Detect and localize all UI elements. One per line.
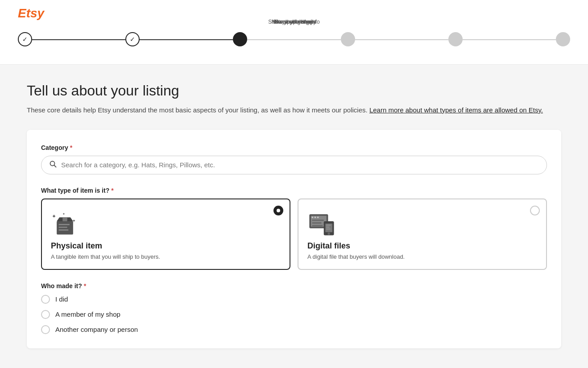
category-label: Category* bbox=[41, 144, 547, 151]
svg-line-1 bbox=[54, 165, 56, 167]
digital-files-desc: A digital file that buyers will download… bbox=[307, 253, 537, 260]
connector-3 bbox=[247, 39, 340, 40]
progress-bar: ✓ Shop preferences ✓ Name your shop Stoc… bbox=[18, 24, 570, 64]
item-type-required: * bbox=[111, 187, 113, 194]
radio-label-i-did: I did bbox=[55, 295, 68, 303]
svg-rect-16 bbox=[312, 222, 322, 223]
step-circle-share-billing bbox=[448, 32, 463, 46]
radio-member[interactable]: A member of my shop bbox=[41, 310, 547, 319]
connector-4 bbox=[355, 39, 448, 40]
listing-card: Category* What type of item is it?* ✦ bbox=[27, 130, 561, 348]
connector-1 bbox=[32, 39, 125, 40]
step-circle-stock-your-shop bbox=[233, 32, 247, 46]
step-shop-preferences: ✓ Shop preferences bbox=[18, 32, 32, 46]
radio-circle-other[interactable] bbox=[41, 325, 50, 334]
physical-item-icon: ✦ ✦ ✦ bbox=[51, 208, 82, 240]
radio-circle-i-did[interactable] bbox=[41, 295, 50, 304]
digital-files-card[interactable]: Digital files A digital file that buyers… bbox=[298, 198, 547, 270]
svg-rect-20 bbox=[326, 224, 331, 225]
logo[interactable]: Etsy bbox=[18, 0, 44, 24]
step-stock-your-shop: Stock your shop bbox=[233, 32, 247, 46]
svg-text:✦: ✦ bbox=[52, 213, 56, 219]
step-circle-shop-security bbox=[556, 32, 570, 46]
main-content: Tell us about your listing These core de… bbox=[0, 65, 588, 366]
radio-other[interactable]: Another company or person bbox=[41, 325, 547, 334]
radio-i-did[interactable]: I did bbox=[41, 295, 547, 304]
physical-item-desc: A tangible item that you will ship to bu… bbox=[51, 253, 281, 260]
svg-rect-21 bbox=[326, 227, 330, 227]
svg-point-12 bbox=[312, 216, 314, 218]
who-made-it-required: * bbox=[84, 282, 86, 289]
radio-label-other: Another company or person bbox=[55, 326, 138, 333]
category-input[interactable] bbox=[61, 161, 538, 169]
item-type-options: ✦ ✦ ✦ Physical item A tangible item that… bbox=[41, 198, 547, 270]
who-made-it-label: Who made it?* bbox=[41, 282, 547, 289]
svg-point-23 bbox=[328, 232, 330, 235]
svg-rect-15 bbox=[312, 219, 324, 221]
svg-rect-8 bbox=[59, 227, 67, 228]
connector-5 bbox=[463, 39, 556, 40]
step-share-billing: Share your billing info bbox=[448, 32, 463, 46]
digital-files-icon bbox=[307, 208, 339, 240]
svg-rect-9 bbox=[59, 229, 69, 231]
digital-files-radio[interactable] bbox=[530, 206, 540, 215]
radio-label-member: A member of my shop bbox=[55, 310, 120, 318]
category-required: * bbox=[70, 144, 72, 151]
physical-item-card[interactable]: ✦ ✦ ✦ Physical item A tangible item that… bbox=[41, 198, 290, 270]
physical-item-radio[interactable] bbox=[273, 206, 283, 215]
step-name-your-shop: ✓ Name your shop bbox=[125, 32, 140, 46]
header: Etsy ✓ Shop preferences ✓ Name your shop… bbox=[0, 0, 588, 65]
svg-text:✦: ✦ bbox=[62, 212, 65, 215]
physical-item-title: Physical item bbox=[51, 241, 281, 251]
svg-point-14 bbox=[317, 216, 319, 218]
item-type-label: What type of item is it?* bbox=[41, 187, 547, 194]
step-circle-name-your-shop: ✓ bbox=[125, 32, 140, 46]
svg-rect-17 bbox=[312, 225, 323, 226]
who-made-it-options: I did A member of my shop Another compan… bbox=[41, 295, 547, 334]
svg-rect-7 bbox=[59, 224, 70, 225]
radio-circle-member[interactable] bbox=[41, 310, 50, 319]
step-circle-how-youll-get-paid bbox=[341, 32, 355, 46]
step-circle-shop-preferences: ✓ bbox=[18, 32, 32, 46]
step-how-youll-get-paid: How you'll get paid bbox=[341, 32, 355, 46]
step-label-shop-security: Your shop security bbox=[272, 19, 316, 25]
page-subtitle: These core details help Etsy understand … bbox=[27, 105, 561, 116]
page-title: Tell us about your listing bbox=[27, 83, 561, 99]
svg-rect-6 bbox=[62, 217, 67, 221]
learn-more-link[interactable]: Learn more about what types of items are… bbox=[369, 106, 543, 114]
category-search-box[interactable] bbox=[41, 156, 547, 174]
step-shop-security: Your shop security bbox=[556, 32, 570, 46]
digital-files-title: Digital files bbox=[307, 241, 537, 251]
connector-2 bbox=[140, 39, 233, 40]
search-icon bbox=[50, 161, 57, 170]
svg-point-13 bbox=[315, 216, 316, 218]
svg-rect-22 bbox=[326, 228, 331, 229]
